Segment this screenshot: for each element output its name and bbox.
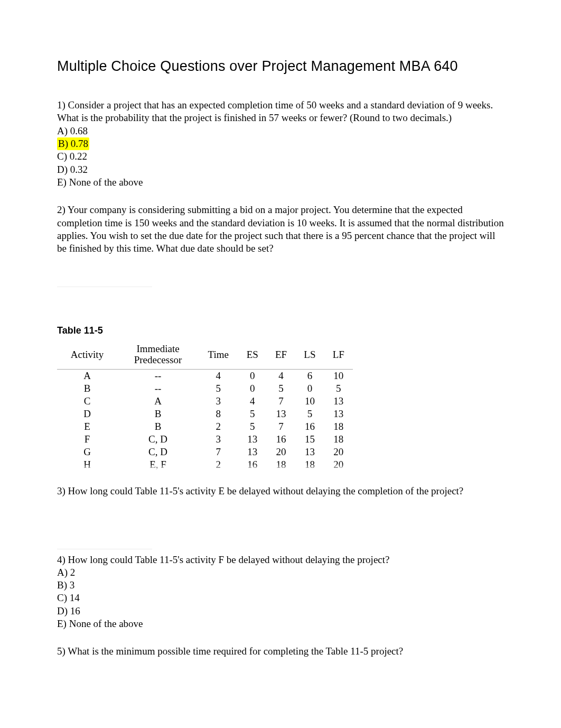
question-4: 4) How long could Table 11-5's activity … — [57, 554, 504, 631]
question-5: 5) What is the minimum possible time req… — [57, 645, 504, 658]
q4-option-e: E) None of the above — [57, 618, 504, 630]
q4-option-c: C) 14 — [57, 592, 504, 604]
table-header-row: Activity ImmediatePredecessor Time ES EF… — [57, 342, 353, 369]
table-row: C A 3 4 7 10 13 — [57, 395, 353, 408]
table-label: Table 11-5 — [57, 325, 504, 336]
table-row: F C, D 3 13 16 15 18 — [57, 433, 353, 446]
q4-prompt: 4) How long could Table 11-5's activity … — [57, 554, 504, 566]
q4-option-a: A) 2 — [57, 566, 504, 579]
section-divider — [57, 287, 152, 287]
q2-prompt: 2) Your company is considering submittin… — [57, 204, 504, 255]
col-es: ES — [238, 342, 267, 369]
table-row: B -- 5 0 5 0 5 — [57, 382, 353, 395]
section-divider-2 — [57, 549, 152, 549]
q5-prompt: 5) What is the minimum possible time req… — [57, 645, 504, 658]
q1-option-e: E) None of the above — [57, 176, 504, 189]
col-activity: Activity — [57, 342, 117, 369]
table-11-5-wrap: Activity ImmediatePredecessor Time ES EF… — [57, 342, 504, 471]
table-row: G C, D 7 13 20 13 20 — [57, 446, 353, 458]
col-lf: LF — [324, 342, 353, 369]
q4-option-b: B) 3 — [57, 579, 504, 592]
question-3: 3) How long could Table 11-5's activity … — [57, 485, 504, 497]
q4-option-d: D) 16 — [57, 605, 504, 618]
col-time: Time — [199, 342, 238, 369]
page-title: Multiple Choice Questions over Project M… — [57, 58, 504, 75]
col-predecessor: ImmediatePredecessor — [117, 342, 199, 369]
table-body: A -- 4 0 4 6 10 B -- 5 0 5 0 5 C A 3 4 7… — [57, 370, 353, 472]
table-row: H E, F 2 16 18 18 20 — [57, 458, 353, 471]
q1-option-c: C) 0.22 — [57, 150, 504, 163]
q1-option-d: D) 0.32 — [57, 163, 504, 176]
question-2: 2) Your company is considering submittin… — [57, 204, 504, 255]
question-1: 1) Consider a project that has an expect… — [57, 99, 504, 189]
q1-option-a: A) 0.68 — [57, 125, 504, 137]
q3-prompt: 3) How long could Table 11-5's activity … — [57, 485, 504, 497]
table-row: D B 8 5 13 5 13 — [57, 408, 353, 420]
col-ef: EF — [267, 342, 295, 369]
table-row: A -- 4 0 4 6 10 — [57, 370, 353, 383]
col-ls: LS — [295, 342, 324, 369]
table-row: E B 2 5 7 16 18 — [57, 420, 353, 433]
table-11-5: Activity ImmediatePredecessor Time ES EF… — [57, 342, 353, 471]
q1-option-b-highlighted: B) 0.78 — [57, 137, 89, 150]
q1-prompt: 1) Consider a project that has an expect… — [57, 99, 504, 125]
